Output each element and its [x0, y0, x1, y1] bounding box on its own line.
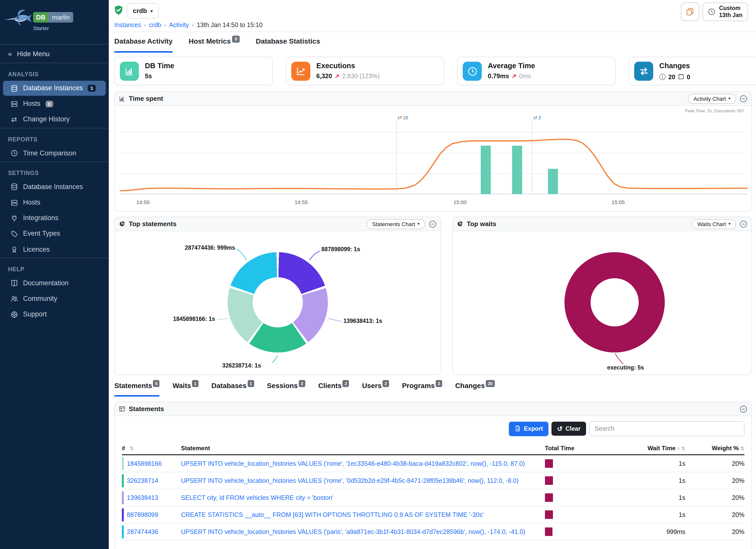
statement-id-link[interactable]: 887898099 [127, 511, 158, 518]
chevron-down-icon: ▾ [150, 8, 153, 13]
statement-link[interactable]: UPSERT INTO vehicle_location_histories V… [181, 528, 545, 535]
sort-active-icon[interactable]: ↑ [677, 446, 680, 451]
metric-value: 0.79ms [488, 73, 509, 80]
metric-delta: 0ms [519, 73, 531, 80]
server-icon [10, 100, 18, 108]
copy-icon [686, 8, 695, 16]
detail-tab-badge: 5 [153, 380, 159, 387]
timerange-button[interactable]: Custom 13th Jan [703, 3, 748, 21]
time-spent-chart[interactable]: Peak Time: 2s, Executions: 837 ⇄18⇄2 14:… [115, 106, 751, 212]
detail-tab-sessions[interactable]: Sessions2 [267, 382, 305, 397]
detail-tab-statements[interactable]: Statements5 [114, 382, 159, 397]
main-tabs: Database ActivityHost Metrics0Database S… [109, 32, 756, 53]
change-annotation[interactable]: ⇄18 [398, 115, 408, 120]
sidebar-item-hosts[interactable]: Hosts0 [3, 96, 106, 111]
top-statements-panel: Top statements Statements Chart ▾ [114, 217, 441, 375]
people-icon [10, 295, 18, 303]
detail-tab-label: Users [362, 382, 382, 390]
detail-tab-databases[interactable]: Databases1 [212, 382, 254, 397]
donut-label: 326238714: 1s [212, 362, 271, 369]
detail-tab-label: Programs [402, 382, 435, 390]
statement-id-link[interactable]: 326238714 [127, 477, 158, 484]
change-annotation[interactable]: ⇄2 [533, 115, 541, 120]
sidebar-item-documentation[interactable]: Documentation [3, 276, 106, 291]
statement-id-cell: 887898099 [122, 508, 181, 521]
clock-icon [463, 62, 482, 81]
detail-tab-waits[interactable]: Waits1 [172, 382, 198, 397]
column-header-weight[interactable]: Weight %⇅ [685, 445, 744, 452]
sidebar-item-time-comparison[interactable]: Time Comparison [3, 146, 106, 161]
copy-timerange-button[interactable] [681, 3, 700, 21]
sidebar-item-hosts[interactable]: Hosts [3, 195, 106, 210]
column-header-wait-time[interactable]: Wait Time↑⇅ [605, 445, 685, 452]
sort-icon[interactable]: ⇅ [740, 446, 744, 451]
peak-note: Peak Time: 2s, Executions: 837 [685, 108, 744, 113]
panel-title: Top statements [129, 220, 176, 228]
sidebar-item-label: Change History [23, 116, 70, 124]
exchange-icon: ⇄ [398, 115, 402, 120]
wait-time-cell: 1s [605, 511, 685, 518]
statements-chart-selector[interactable]: Statements Chart ▾ [367, 219, 425, 229]
column-header-id[interactable]: #⇅ [122, 445, 181, 452]
total-time-cell [545, 527, 605, 536]
collapse-panel-icon[interactable] [739, 95, 747, 103]
waits-donut-chart[interactable] [564, 252, 665, 352]
collapse-panel-icon[interactable] [739, 220, 747, 228]
delta-up-icon: ↗ [335, 73, 340, 80]
statement-id-link[interactable]: 139638413 [127, 494, 158, 501]
total-time-bar [545, 527, 553, 536]
statement-id-link[interactable]: 287474436 [127, 528, 158, 535]
donut-label: 287474436: 999ms [137, 245, 235, 251]
statements-donut-chart[interactable] [228, 252, 328, 352]
export-button[interactable]: Export [509, 421, 548, 436]
sidebar-item-label: Integrations [23, 214, 58, 222]
metric-cards: DB Time 5s Executions 6,320 ↗ 2,830 (123… [114, 57, 752, 85]
detail-tab-programs[interactable]: Programs2 [402, 382, 442, 397]
search-input[interactable] [589, 421, 744, 436]
sidebar-item-event-types[interactable]: Event Types [3, 226, 106, 241]
metric-value: 6,320 [316, 73, 332, 80]
metric-title: Average Time [488, 62, 535, 70]
column-header-total-time[interactable]: Total Time [545, 445, 605, 452]
tab-database-activity[interactable]: Database Activity [114, 37, 172, 53]
chevron-down-icon: ▾ [418, 222, 420, 226]
sidebar-item-community[interactable]: Community [3, 291, 106, 306]
sidebar-item-support[interactable]: Support [3, 307, 106, 322]
detail-tab-clients[interactable]: Clients2 [318, 382, 349, 397]
lifebuoy-icon [10, 310, 18, 318]
sidebar-item-database-instances[interactable]: Database Instances1 [3, 81, 106, 96]
sidebar-item-change-history[interactable]: ⇄Change History [3, 112, 106, 127]
sort-icon[interactable]: ⇅ [130, 445, 134, 451]
sidebar-item-licences[interactable]: Licences [3, 242, 106, 257]
waits-chart-selector[interactable]: Waits Chart ▾ [692, 219, 736, 229]
metric-card-executions: Executions 6,320 ↗ 2,830 (123%) [286, 57, 444, 85]
collapse-panel-icon[interactable] [429, 220, 437, 228]
hide-menu-button[interactable]: « Hide Menu [0, 45, 109, 63]
activity-chart-selector[interactable]: Activity Chart ▾ [688, 94, 736, 104]
statement-id-cell: 326238714 [122, 474, 181, 487]
collapse-panel-icon[interactable] [739, 405, 747, 413]
breadcrumb-item[interactable]: Instances [114, 22, 141, 29]
column-header-statement[interactable]: Statement [181, 445, 545, 452]
statement-link[interactable]: SELECT city, id FROM vehicles WHERE city… [181, 494, 545, 501]
clear-button[interactable]: ↺ Clear [551, 422, 586, 436]
wait-time-cell: 1s [605, 460, 685, 467]
statement-id-link[interactable]: 1845898166 [127, 460, 162, 467]
tab-host-metrics[interactable]: Host Metrics0 [188, 37, 240, 53]
tab-database-statistics[interactable]: Database Statistics [256, 37, 320, 53]
panel-title: Time spent [129, 95, 163, 102]
plug-icon [10, 214, 18, 222]
sort-icon[interactable]: ⇅ [681, 446, 685, 451]
statement-cell: SELECT city, id FROM vehicles WHERE city… [181, 494, 545, 501]
breadcrumb-item[interactable]: crdb [149, 22, 161, 29]
detail-tab-changes[interactable]: Changes20 [455, 382, 495, 397]
statement-link[interactable]: UPSERT INTO vehicle_location_histories V… [181, 460, 545, 467]
sidebar-item-database-instances[interactable]: Database Instances [3, 179, 106, 195]
detail-tab-users[interactable]: Users2 [362, 382, 389, 397]
instance-selector[interactable]: crdb ▾ [127, 3, 159, 19]
statement-link[interactable]: UPSERT INTO vehicle_location_histories V… [181, 477, 545, 484]
breadcrumb-item[interactable]: Activity [169, 22, 189, 29]
statement-link[interactable]: CREATE STATISTICS __auto__ FROM [63] WIT… [181, 511, 545, 518]
sidebar-item-integrations[interactable]: Integrations [3, 211, 106, 226]
statements-table: #⇅StatementTotal TimeWait Time↑⇅Weight %… [122, 442, 744, 540]
